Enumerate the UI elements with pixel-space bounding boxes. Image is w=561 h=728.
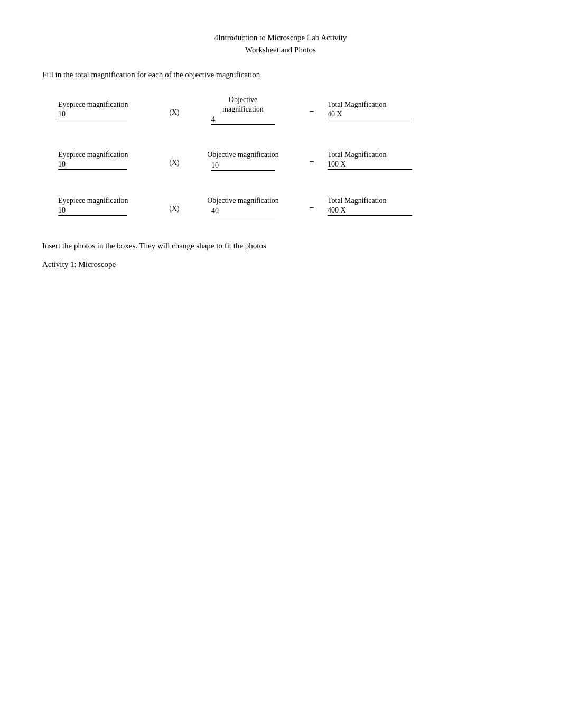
table-row: Eyepiece magnification 10 (X) Objective … — [42, 196, 519, 216]
multiply-col-1: (X) — [158, 103, 190, 117]
total-col-1: Total Magnification 40 X — [328, 100, 444, 119]
eyepiece-value-line-2: 10 — [58, 160, 127, 170]
total-value-line-3: 400 X — [328, 206, 412, 216]
objective-value-line-1: 4 — [211, 115, 275, 125]
eyepiece-label-2: Eyepiece magnification — [58, 151, 128, 159]
table-row: Eyepiece magnification 10 (X) Objective … — [42, 95, 519, 125]
equals-col-1: = — [296, 103, 328, 117]
total-col-2: Total Magnification 100 X — [328, 151, 444, 170]
total-label-1: Total Magnification — [328, 100, 386, 109]
eyepiece-label-3: Eyepiece magnification — [58, 197, 128, 205]
eyepiece-col-3: Eyepiece magnification 10 — [53, 197, 158, 216]
insert-instruction: Insert the photos in the boxes. They wil… — [42, 242, 519, 251]
page-title: 4Introduction to Microscope Lab Activity… — [42, 32, 519, 56]
title-line1: 4Introduction to Microscope Lab Activity — [42, 32, 519, 44]
equals-col-2: = — [296, 153, 328, 168]
total-value-line-1: 40 X — [328, 110, 412, 119]
objective-label-1: Objective magnification — [222, 95, 264, 114]
objective-label-2: Objective magnification — [207, 150, 279, 160]
main-instruction: Fill in the total magnification for each… — [42, 70, 519, 79]
total-col-3: Total Magnification 400 X — [328, 197, 444, 216]
eyepiece-value-line-3: 10 — [58, 206, 127, 216]
title-line2: Worksheet and Photos — [42, 44, 519, 56]
multiply-col-2: (X) — [158, 153, 190, 167]
total-label-2: Total Magnification — [328, 151, 386, 159]
total-value-line-2: 100 X — [328, 160, 412, 170]
eyepiece-col-2: Eyepiece magnification 10 — [53, 151, 158, 170]
activity-title: Activity 1: Microscope — [42, 260, 519, 269]
total-label-3: Total Magnification — [328, 197, 386, 205]
objective-col-2: Objective magnification 10 — [190, 150, 296, 170]
eyepiece-col-1: Eyepiece magnification 10 — [53, 100, 158, 119]
table-row: Eyepiece magnification 10 (X) Objective … — [42, 150, 519, 170]
objective-col-1: Objective magnification 4 — [190, 95, 296, 125]
eyepiece-value-line-1: 10 — [58, 110, 127, 119]
objective-value-line-3: 40 — [211, 207, 275, 216]
equals-col-3: = — [296, 199, 328, 214]
eyepiece-label-1: Eyepiece magnification — [58, 100, 128, 109]
objective-col-3: Objective magnification 40 — [190, 196, 296, 216]
magnification-table: Eyepiece magnification 10 (X) Objective … — [42, 95, 519, 216]
multiply-col-3: (X) — [158, 199, 190, 213]
objective-value-line-2: 10 — [211, 161, 275, 171]
objective-label-3: Objective magnification — [207, 196, 279, 206]
